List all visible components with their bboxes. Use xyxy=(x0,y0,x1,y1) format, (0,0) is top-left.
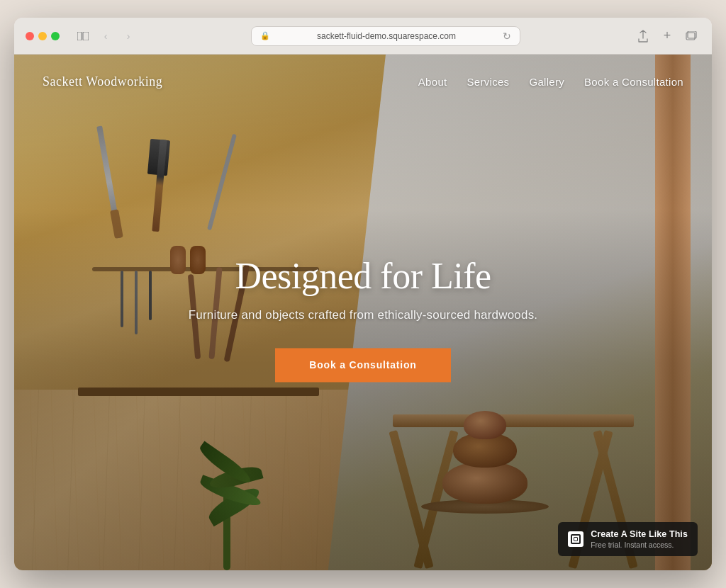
url-text: sackett-fluid-demo.squarespace.com xyxy=(274,31,498,41)
reload-button[interactable]: ↻ xyxy=(503,30,511,42)
share-button[interactable] xyxy=(634,27,652,45)
squarespace-badge[interactable]: Create A Site Like This Free trial. Inst… xyxy=(558,522,698,556)
new-tab-button[interactable]: + xyxy=(658,27,676,45)
squarespace-logo-inner xyxy=(571,534,581,544)
nav-links: About Services Gallery Book a Consultati… xyxy=(418,76,683,88)
cta-book-consultation[interactable]: Book a Consultation xyxy=(275,348,450,382)
hero-subtitle: Furniture and objects crafted from ethic… xyxy=(150,308,576,322)
browser-actions: + xyxy=(634,27,700,45)
website-container: Sackett Woodworking About Services Galle… xyxy=(14,55,712,570)
badge-sub-text: Free trial. Instant access. xyxy=(591,541,688,549)
nav-gallery[interactable]: Gallery xyxy=(529,76,564,88)
badge-text: Create A Site Like This Free trial. Inst… xyxy=(591,529,688,549)
close-button[interactable] xyxy=(26,32,34,40)
browser-window: ‹ › 🔒 sackett-fluid-demo.squarespace.com… xyxy=(14,18,712,570)
address-bar[interactable]: 🔒 sackett-fluid-demo.squarespace.com ↻ xyxy=(251,26,520,46)
svg-rect-1 xyxy=(83,32,89,40)
traffic-lights xyxy=(26,32,60,40)
hero-content: Designed for Life Furniture and objects … xyxy=(150,255,576,382)
nav-book[interactable]: Book a Consultation xyxy=(584,76,683,88)
svg-rect-0 xyxy=(77,32,82,40)
site-navigation: Sackett Woodworking About Services Galle… xyxy=(14,55,712,109)
windows-button[interactable] xyxy=(682,27,700,45)
hero-title: Designed for Life xyxy=(150,255,576,297)
nav-services[interactable]: Services xyxy=(467,76,510,88)
lock-icon: 🔒 xyxy=(260,31,270,40)
minimize-button[interactable] xyxy=(38,32,47,40)
forward-button[interactable]: › xyxy=(119,27,138,45)
sidebar-icon[interactable] xyxy=(74,27,92,45)
browser-nav: ‹ › xyxy=(74,27,138,45)
badge-main-text: Create A Site Like This xyxy=(591,529,688,539)
browser-chrome: ‹ › 🔒 sackett-fluid-demo.squarespace.com… xyxy=(14,18,712,55)
site-logo[interactable]: Sackett Woodworking xyxy=(43,74,162,89)
back-button[interactable]: ‹ xyxy=(96,27,115,45)
squarespace-logo xyxy=(568,531,583,547)
nav-about[interactable]: About xyxy=(418,76,447,88)
maximize-button[interactable] xyxy=(51,32,60,40)
